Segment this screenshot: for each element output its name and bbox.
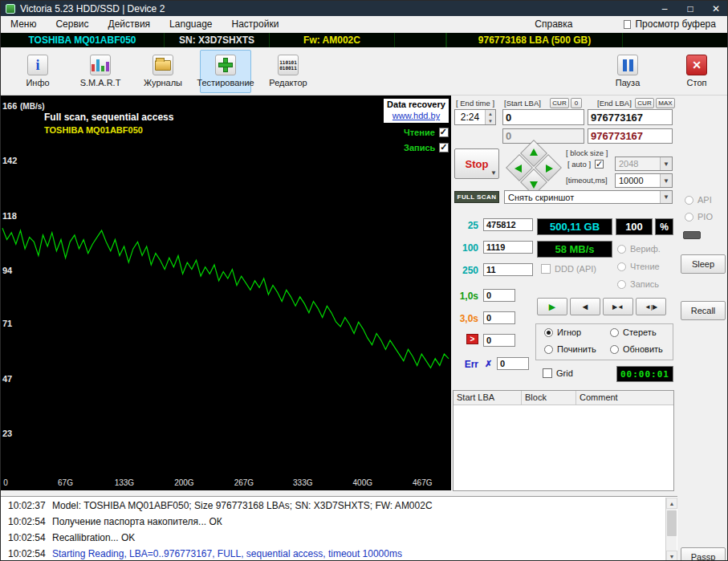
stop-x-icon: ✕: [686, 55, 707, 75]
legend-write: Запись: [404, 143, 449, 152]
y-tick-label: 94: [2, 266, 12, 275]
mode-erase-radio[interactable]: Стереть: [610, 327, 657, 337]
device-info-bar: TOSHIBA MQ01ABF050 SN: X3D7SHXTS Fw: AM0…: [1, 33, 728, 47]
full-scan-button[interactable]: FULL SCAN: [454, 191, 499, 203]
recall-button[interactable]: Recall: [681, 301, 726, 320]
watermark-link[interactable]: www.hdd.by: [384, 110, 449, 121]
testing-button[interactable]: Тестирование: [200, 50, 251, 93]
speed-line: [2, 228, 449, 368]
end-time-value: 2:24: [455, 112, 485, 123]
journals-button[interactable]: Журналы: [137, 50, 189, 93]
green-plus-icon: [215, 55, 236, 75]
verify-radio: Вериф.: [617, 244, 661, 254]
log-row: 10:02:54 Recallibration... OK: [1, 530, 651, 546]
seek-together-button[interactable]: ▶◄: [603, 298, 633, 315]
main-area: (MB/s) 16614211894714723 067G133G200G267…: [1, 96, 728, 496]
sleep-button[interactable]: Sleep: [681, 254, 726, 274]
menu-buffer-view[interactable]: Просмотр буфера: [614, 16, 726, 33]
seek-apart-button[interactable]: ◄|▶: [636, 298, 666, 315]
stat-value-250: 11: [483, 263, 533, 276]
up-arrow-icon: [530, 148, 538, 156]
col-comment[interactable]: Comment: [576, 391, 673, 404]
watermark: Data recovery www.hdd.by: [384, 99, 449, 123]
smart-chart-icon: [90, 55, 111, 75]
info-icon: i: [27, 55, 48, 75]
app-window: Victoria 5.23 HDD/SSD | Device 2 – □ ✕ М…: [0, 0, 728, 561]
start-zero-button[interactable]: 0: [571, 98, 582, 108]
stat-value-over: 0: [483, 334, 515, 347]
scroll-thumb[interactable]: [667, 510, 677, 536]
stop-dropdown-icon[interactable]: ▼: [490, 169, 497, 177]
stat-value-1s: 0: [483, 289, 515, 302]
pause-button[interactable]: Пауза: [602, 50, 653, 93]
screenshot-combo[interactable]: Снять скриншот▼: [504, 190, 673, 204]
rewind-button[interactable]: ◄: [570, 298, 600, 315]
mode-repair-radio[interactable]: Починить: [544, 344, 596, 354]
minimize-button[interactable]: –: [652, 1, 677, 16]
left-arrow-icon: [514, 165, 522, 173]
stat-value-3s: 0: [483, 311, 515, 324]
info-button[interactable]: i Инфо: [12, 50, 63, 93]
maximize-button[interactable]: □: [677, 1, 703, 16]
log-row: 10:02:54 Получение паспорта накопителя..…: [1, 514, 651, 530]
menu-actions[interactable]: Действия: [99, 16, 161, 33]
ddd-checkbox: DDD (API): [541, 264, 596, 274]
col-block[interactable]: Block: [522, 391, 576, 404]
menu-language[interactable]: Language: [160, 16, 222, 33]
stat-value-25: 475812: [483, 218, 533, 231]
start-cur-button[interactable]: CUR: [550, 98, 569, 108]
end-lba-input[interactable]: 976773167: [588, 109, 673, 125]
x-tick-label: 0: [3, 478, 8, 487]
end-cur-button[interactable]: CUR: [635, 98, 654, 108]
status-led: [683, 231, 701, 239]
play-button[interactable]: ▶: [537, 298, 567, 315]
auto-block-checkbox[interactable]: [595, 160, 604, 169]
stop-toolbar-button[interactable]: ✕ Стоп: [671, 50, 722, 93]
y-tick-label: 166: [2, 101, 17, 111]
speed-graph: (MB/s) 16614211894714723 067G133G200G267…: [1, 96, 451, 490]
passp-button[interactable]: Passp: [681, 547, 726, 561]
close-button[interactable]: ✕: [703, 1, 728, 16]
grid-checkbox[interactable]: Grid: [543, 368, 573, 378]
defect-table: Start LBA Block Comment: [453, 390, 674, 491]
menu-settings[interactable]: Настройки: [222, 16, 289, 33]
stat-label-100: 100: [454, 242, 478, 254]
end-max-button[interactable]: MAX: [656, 98, 675, 108]
stop-scan-button[interactable]: Stop ▼: [454, 148, 499, 179]
mode-ignore-radio[interactable]: Игнор: [544, 327, 581, 337]
app-icon: [6, 4, 15, 14]
x-axis: 067G133G200G267G333G400G467G: [1, 478, 451, 490]
end-time-spinner[interactable]: 2:24 ▲▼: [454, 109, 496, 125]
menu-main[interactable]: Меню: [1, 16, 46, 33]
smart-button[interactable]: S.M.A.R.T: [75, 50, 126, 93]
x-tick-label: 67G: [58, 478, 73, 487]
dropdown-icon[interactable]: ▼: [660, 174, 672, 187]
block-size-combo: 2048▼: [615, 157, 673, 171]
x-tick-label: 200G: [174, 478, 193, 487]
menubar: Меню Сервис Действия Language Настройки …: [1, 16, 728, 33]
write-legend-checkbox[interactable]: [439, 143, 449, 152]
menu-service[interactable]: Сервис: [46, 16, 98, 33]
x-tick-label: 267G: [234, 478, 254, 487]
editor-button[interactable]: 110101010011 Редактор: [262, 50, 314, 93]
x-tick-label: 467G: [413, 478, 432, 487]
menu-help[interactable]: Справка: [525, 16, 582, 33]
log-scrollbar[interactable]: ▲ ▼: [665, 498, 677, 561]
timeout-combo[interactable]: 10000▼: [615, 173, 673, 188]
api-radio: API: [685, 195, 712, 205]
dropdown-icon[interactable]: ▼: [660, 191, 672, 203]
device-firmware: Fw: AM002C: [270, 33, 395, 47]
x-tick-label: 333G: [293, 478, 312, 487]
speed-display: 58 MB/s: [537, 241, 612, 258]
y-tick-label: 71: [2, 319, 12, 328]
col-start-lba[interactable]: Start LBA: [453, 391, 522, 404]
side-panel: API PIO Sleep Recall Passp Звук Hints: [678, 190, 728, 561]
start-lba-input[interactable]: 0: [502, 109, 584, 125]
scroll-down-icon[interactable]: ▼: [666, 551, 677, 561]
scroll-up-icon[interactable]: ▲: [666, 498, 677, 509]
spinner-arrows-icon[interactable]: ▲▼: [485, 110, 495, 124]
mode-refresh-radio[interactable]: Обновить: [610, 344, 663, 354]
pause-icon: [617, 55, 638, 75]
read-legend-checkbox[interactable]: [439, 128, 449, 137]
y-tick-label: 23: [2, 429, 12, 438]
